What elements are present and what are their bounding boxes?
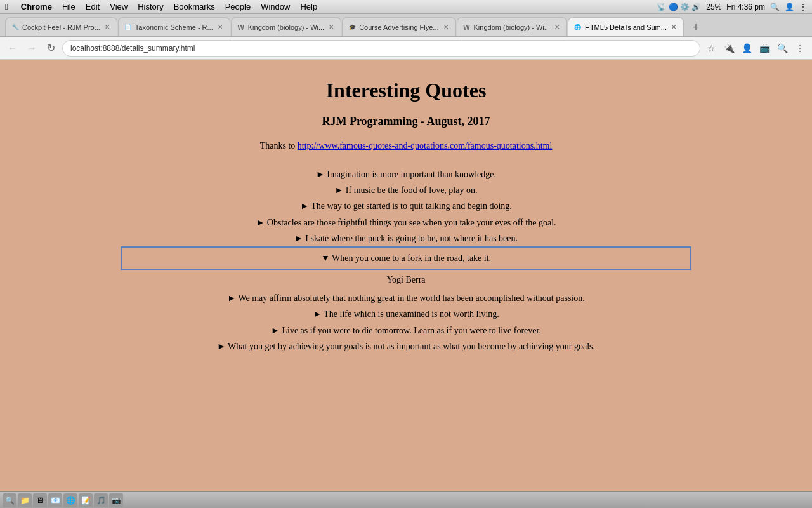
search-icon[interactable]: 🔍 bbox=[770, 3, 780, 11]
quote-9: ► Live as if you were to die tomorrow. L… bbox=[121, 323, 691, 338]
menubar:  Chrome File Edit View History Bookmark… bbox=[0, 0, 812, 14]
quote-6-highlighted: ▼ When you come to a fork in the road, t… bbox=[121, 246, 691, 270]
tab-favicon-taxonomic: 📄 bbox=[124, 23, 133, 32]
menu-bookmarks[interactable]: Bookmarks bbox=[174, 2, 215, 11]
url-bar[interactable]: localhost:8888/details_summary.html bbox=[62, 40, 700, 57]
thanks-link[interactable]: http://www.famous-quotes-and-quotations.… bbox=[298, 141, 553, 150]
taskbar-2[interactable]: 🖥 bbox=[33, 493, 47, 507]
menu-chrome[interactable]: Chrome bbox=[21, 2, 52, 11]
taskbar: 🔍 📁 🖥 📧 🌐 📝 🎵 📷 bbox=[0, 491, 812, 508]
tab-close-taxonomic[interactable]: ✕ bbox=[216, 23, 225, 32]
tab-favicon-cockpit: 🔧 bbox=[11, 23, 20, 32]
quote-10: ► What you get by achieving your goals i… bbox=[121, 338, 691, 354]
user-avatar-icon[interactable]: 👤 bbox=[740, 41, 754, 55]
tab-cockpit[interactable]: 🔧 Cockpit Feel - RJM Pro... ✕ bbox=[5, 17, 117, 36]
tab-close-advertising[interactable]: ✕ bbox=[442, 23, 450, 32]
refresh-button[interactable]: ↻ bbox=[43, 41, 58, 56]
tab-title-advertising: Course Advertising Flye... bbox=[359, 23, 438, 31]
menu-dots-icon[interactable]: ⋮ bbox=[799, 3, 807, 11]
tab-advertising[interactable]: 🎓 Course Advertising Flye... ✕ bbox=[342, 17, 455, 36]
thanks-line: Thanks to http://www.famous-quotes-and-q… bbox=[260, 141, 553, 151]
address-bar: ← → ↻ localhost:8888/details_summary.htm… bbox=[0, 37, 812, 60]
menu-icon[interactable]: ⋮ bbox=[793, 41, 807, 55]
menu-history[interactable]: History bbox=[138, 2, 163, 11]
quote-3: ► The way to get started is to quit talk… bbox=[121, 198, 691, 214]
menu-help[interactable]: Help bbox=[300, 2, 317, 11]
quotes-list: ► Imagination is more important than kno… bbox=[121, 166, 691, 354]
menu-file[interactable]: File bbox=[62, 2, 75, 11]
quote-5: ► I skate where the puck is going to be,… bbox=[121, 231, 691, 246]
chrome-window: 🔧 Cockpit Feel - RJM Pro... ✕ 📄 Taxonomi… bbox=[0, 14, 812, 508]
user-icon[interactable]: 👤 bbox=[785, 3, 794, 11]
menubar-right: 📡 🔵 ⚙️ 🔊 25% Fri 4:36 pm 🔍 👤 ⋮ bbox=[657, 3, 807, 11]
menu-window[interactable]: Window bbox=[261, 2, 290, 11]
taskbar-5[interactable]: 📝 bbox=[79, 493, 93, 507]
tab-kingdom1[interactable]: W Kingdom (biology) - Wi... ✕ bbox=[231, 17, 341, 36]
page-content: Interesting Quotes RJM Programming - Aug… bbox=[0, 60, 812, 504]
tab-bar: 🔧 Cockpit Feel - RJM Pro... ✕ 📄 Taxonomi… bbox=[0, 14, 812, 37]
page-subtitle: RJM Programming - August, 2017 bbox=[322, 115, 490, 128]
quote-2: ► If music be the food of love, play on. bbox=[121, 182, 691, 198]
tab-title-html5: HTML5 Details and Sum... bbox=[585, 23, 667, 31]
tab-close-cockpit[interactable]: ✕ bbox=[103, 23, 112, 32]
quote-4: ► Obstacles are those frightful things y… bbox=[121, 215, 691, 231]
thanks-prefix: Thanks to bbox=[260, 141, 298, 150]
quote-8: ► The life which is unexamined is not wo… bbox=[121, 306, 691, 322]
menubar-icons: 📡 🔵 ⚙️ 🔊 bbox=[657, 3, 701, 11]
tab-kingdom2[interactable]: W Kingdom (biology) - Wi... ✕ bbox=[457, 17, 567, 36]
tab-favicon-html5: 🌐 bbox=[573, 23, 582, 32]
back-button[interactable]: ← bbox=[5, 41, 20, 56]
clock: Fri 4:36 pm bbox=[726, 3, 765, 11]
taskbar-finder[interactable]: 🔍 bbox=[3, 493, 16, 507]
tab-title-cockpit: Cockpit Feel - RJM Pro... bbox=[22, 23, 100, 31]
tab-html5[interactable]: 🌐 HTML5 Details and Sum... ✕ bbox=[568, 17, 684, 36]
quote-7: ► We may affirm absolutely that nothing … bbox=[121, 290, 691, 306]
cast-icon[interactable]: 📺 bbox=[757, 41, 771, 55]
tab-favicon-kingdom1: W bbox=[237, 23, 246, 32]
new-tab-button[interactable]: + bbox=[687, 18, 705, 36]
tab-close-kingdom2[interactable]: ✕ bbox=[553, 23, 561, 32]
tab-close-kingdom1[interactable]: ✕ bbox=[327, 23, 336, 32]
url-text: localhost:8888/details_summary.html bbox=[70, 44, 195, 53]
tab-favicon-kingdom2: W bbox=[462, 23, 471, 32]
menu-people[interactable]: People bbox=[225, 2, 251, 11]
taskbar-3[interactable]: 📧 bbox=[48, 493, 62, 507]
quote-1: ► Imagination is more important than kno… bbox=[121, 166, 691, 182]
tab-favicon-advertising: 🎓 bbox=[348, 23, 357, 32]
tab-title-kingdom1: Kingdom (biology) - Wi... bbox=[248, 23, 324, 31]
menu-view[interactable]: View bbox=[110, 2, 128, 11]
toolbar-icons: ☆ 🔌 👤 📺 🔍 ⋮ bbox=[704, 41, 807, 55]
menu-edit[interactable]: Edit bbox=[86, 2, 100, 11]
search-toolbar-icon[interactable]: 🔍 bbox=[775, 41, 789, 55]
battery-indicator: 25% bbox=[706, 3, 721, 11]
apple-menu[interactable]:  bbox=[5, 2, 8, 11]
taskbar-4[interactable]: 🌐 bbox=[63, 493, 77, 507]
taskbar-6[interactable]: 🎵 bbox=[94, 493, 108, 507]
tab-taxonomic[interactable]: 📄 Taxonomic Scheme - R... ✕ bbox=[118, 17, 230, 36]
bookmark-star-icon[interactable]: ☆ bbox=[704, 41, 718, 55]
author-line: Yogi Berra bbox=[386, 275, 425, 285]
tab-title-taxonomic: Taxonomic Scheme - R... bbox=[135, 23, 213, 31]
extension-icon[interactable]: 🔌 bbox=[722, 41, 736, 55]
forward-button[interactable]: → bbox=[24, 41, 39, 56]
tab-close-html5[interactable]: ✕ bbox=[669, 23, 678, 32]
page-title: Interesting Quotes bbox=[326, 79, 487, 102]
taskbar-1[interactable]: 📁 bbox=[18, 493, 32, 507]
taskbar-7[interactable]: 📷 bbox=[109, 493, 123, 507]
tab-title-kingdom2: Kingdom (biology) - Wi... bbox=[474, 23, 550, 31]
